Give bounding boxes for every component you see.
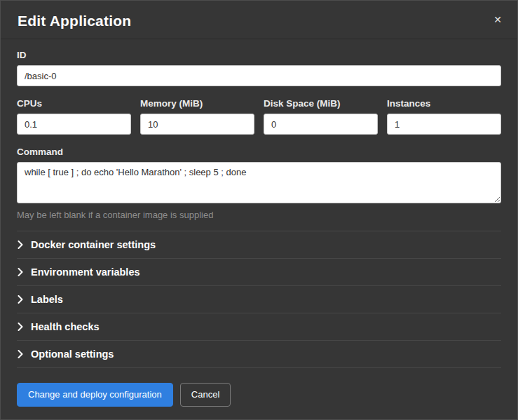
command-textarea[interactable]: while [ true ] ; do echo 'Hello Marathon… [17, 162, 501, 203]
section-label: Docker container settings [31, 239, 156, 250]
id-field-group: ID [17, 50, 501, 86]
instances-label: Instances [387, 98, 501, 109]
cancel-button[interactable]: Cancel [180, 383, 231, 407]
section-label: Optional settings [31, 348, 114, 360]
disk-input[interactable] [264, 114, 378, 135]
modal-header: Edit Application ✕ [1, 1, 517, 39]
chevron-right-icon [18, 323, 23, 331]
modal-body: ID CPUs Memory (MiB) Disk Space (MiB) In… [1, 39, 517, 373]
command-help-text: May be left blank if a container image i… [17, 210, 501, 220]
section-labels[interactable]: Labels [17, 285, 501, 313]
memory-label: Memory (MiB) [140, 98, 254, 109]
section-label: Health checks [31, 321, 100, 332]
chevron-right-icon [18, 241, 23, 249]
chevron-right-icon [18, 295, 23, 304]
edit-application-modal: Edit Application ✕ ID CPUs Memory (MiB) … [0, 0, 518, 420]
instances-input[interactable] [387, 114, 501, 135]
section-health-checks[interactable]: Health checks [17, 313, 501, 340]
disk-label: Disk Space (MiB) [264, 98, 378, 109]
disk-field-group: Disk Space (MiB) [264, 98, 378, 135]
id-input[interactable] [17, 65, 501, 86]
close-icon[interactable]: ✕ [491, 12, 505, 27]
instances-field-group: Instances [387, 98, 501, 135]
command-field-group: Command while [ true ] ; do echo 'Hello … [17, 147, 501, 220]
id-label: ID [17, 50, 501, 60]
accordion-sections: Docker container settings Environment va… [17, 231, 501, 368]
memory-input[interactable] [140, 114, 254, 135]
cpus-input[interactable] [17, 114, 131, 135]
cpus-field-group: CPUs [17, 98, 131, 135]
modal-footer: Change and deploy configuration Cancel [1, 373, 517, 419]
section-optional-settings[interactable]: Optional settings [17, 340, 501, 367]
section-docker-container-settings[interactable]: Docker container settings [17, 231, 501, 258]
chevron-right-icon [18, 268, 23, 276]
cpus-label: CPUs [17, 98, 131, 109]
chevron-right-icon [18, 350, 23, 358]
section-label: Labels [31, 294, 63, 305]
memory-field-group: Memory (MiB) [140, 98, 254, 135]
modal-title: Edit Application [18, 13, 131, 29]
section-label: Environment variables [31, 266, 140, 278]
change-and-deploy-button[interactable]: Change and deploy configuration [17, 383, 173, 407]
command-label: Command [17, 147, 501, 157]
section-environment-variables[interactable]: Environment variables [17, 258, 501, 285]
resources-row: CPUs Memory (MiB) Disk Space (MiB) Insta… [17, 98, 501, 135]
